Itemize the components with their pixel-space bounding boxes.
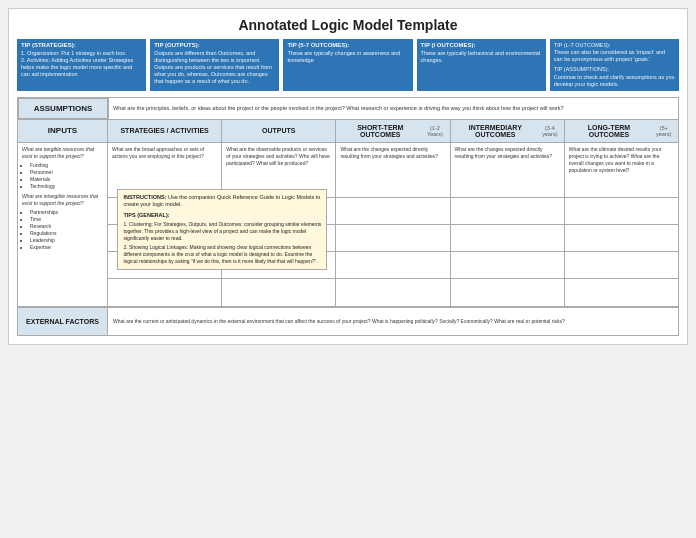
long-term-desc-cell: What are the ultimate desired results yo… [565,143,678,197]
header-row: INPUTS STRATEGIES / ACTIVITIES OUTPUTS S… [18,120,678,143]
tip-outputs: TIP (OUTPUTS): Outputs are different tha… [150,39,279,91]
ec-1-3 [336,198,450,224]
data-rows: What are tangible resources that exist t… [18,143,678,307]
tip-outcomes-lt: TIP (L-T OUTCOMES): These can also be co… [550,39,679,91]
inputs-column: What are tangible resources that exist t… [18,143,108,306]
empty-row-4: INSTRUCTIONS: Use the companion Quick Re… [108,279,678,306]
main-content-area: What are tangible resources that exist t… [18,143,678,335]
col-header-intermediary: INTERMEDIARY OUTCOMES (3-4 years) [451,120,565,142]
ec-3-4 [451,252,565,278]
intermediary-desc-cell: What are the changes expected directly r… [451,143,565,197]
external-factors-text: What are the current or anticipated dyna… [108,308,678,335]
col-header-short-term: SHORT-TERM OUTCOMES (1-2 Years) [336,120,450,142]
tip-strategies: TIP (STRATEGIES): 1. Organization: Put 1… [17,39,146,91]
tip-row: TIP (STRATEGIES): 1. Organization: Put 1… [17,39,679,91]
ec-1-5 [565,198,678,224]
ec-4-4 [451,279,565,306]
instructions-box: INSTRUCTIONS: Use the companion Quick Re… [117,189,327,270]
ec-4-1 [108,279,222,306]
main-grid: ASSUMPTIONS What are the principles, bel… [17,97,679,336]
tip-outcomes-i: TIP (I OUTCOMES): These are typically be… [417,39,546,91]
tip-outcomes-57: TIP (5-7 OUTCOMES): These are typically … [283,39,412,91]
ec-4-3 [336,279,450,306]
col-header-outputs: OUTPUTS [222,120,336,142]
ec-2-5 [565,225,678,251]
ec-3-3 [336,252,450,278]
col-header-long-term: LONG-TERM OUTCOMES (5+ years) [565,120,678,142]
empty-rows-area: INSTRUCTIONS: Use the companion Quick Re… [108,198,678,306]
assumptions-text: What are the principles, beliefs, or ide… [108,98,678,119]
external-factors-row: EXTERNAL FACTORS What are the current or… [18,307,678,335]
ec-4-2: INSTRUCTIONS: Use the companion Quick Re… [222,279,336,306]
assumptions-label: ASSUMPTIONS [18,98,108,119]
ec-2-4 [451,225,565,251]
col-header-strategies: STRATEGIES / ACTIVITIES [108,120,222,142]
ec-4-5 [565,279,678,306]
ec-2-3 [336,225,450,251]
data-rows-cols: What are the broad approaches or sets of… [108,143,678,306]
assumptions-row: ASSUMPTIONS What are the principles, bel… [18,98,678,120]
external-factors-label: EXTERNAL FACTORS [18,308,108,335]
col-header-inputs: INPUTS [18,120,108,142]
ec-3-5 [565,252,678,278]
short-term-desc-cell: What are the changes expected directly r… [336,143,450,197]
page-title: Annotated Logic Model Template [17,17,679,33]
ec-1-4 [451,198,565,224]
